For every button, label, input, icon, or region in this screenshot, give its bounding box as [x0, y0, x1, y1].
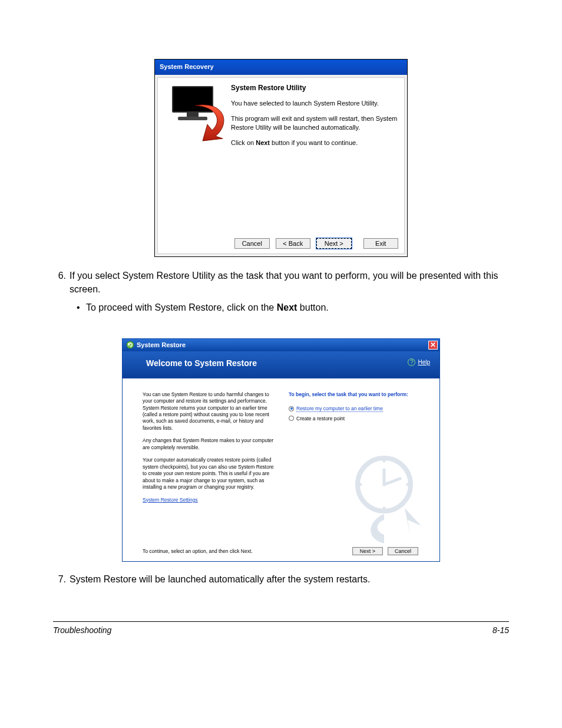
step-text: System Restore will be launched automati… — [70, 572, 509, 586]
system-restore-footer: To continue, select an option, and then … — [123, 543, 439, 561]
footer-rule — [53, 621, 509, 622]
step-6: 6. If you select System Restore Utility … — [53, 269, 509, 296]
system-restore-header-title: Welcome to System Restore — [146, 358, 257, 368]
restore-cancel-button[interactable]: Cancel — [388, 547, 418, 555]
radio-icon — [289, 406, 294, 411]
system-recovery-p1: You have selected to launch System Resto… — [231, 99, 398, 107]
help-link-area[interactable]: ? Help — [408, 358, 430, 366]
next-button[interactable]: Next > — [316, 238, 352, 249]
radio-restore-earlier-label: Restore my computer to an earlier time — [296, 406, 383, 412]
system-restore-settings-link[interactable]: System Restore Settings — [143, 497, 198, 503]
task-prompt: To begin, select the task that you want … — [289, 391, 431, 397]
system-restore-titlebar: System Restore ✕ — [123, 339, 439, 351]
system-recovery-text: System Restore Utility You have selected… — [231, 80, 398, 154]
system-recovery-button-row: Cancel < Back Next > Exit — [234, 238, 398, 249]
restore-desc-p2: Any changes that System Restore makes to… — [143, 437, 277, 451]
bullet-text: To proceed with System Restore, click on… — [86, 301, 329, 314]
radio-create-point[interactable]: Create a restore point — [289, 416, 431, 421]
radio-icon — [289, 416, 294, 421]
footer-pagenum: 8-15 — [492, 625, 509, 635]
step-7: 7. System Restore will be launched autom… — [53, 572, 509, 586]
restore-desc-p1: You can use System Restore to undo harmf… — [143, 391, 277, 432]
document-page: System Recovery — [0, 0, 562, 728]
svg-point-3 — [406, 483, 409, 486]
restore-app-icon — [126, 341, 134, 349]
back-button[interactable]: < Back — [276, 238, 311, 249]
exit-button[interactable]: Exit — [363, 238, 399, 249]
step-number: 7. — [53, 572, 70, 586]
system-recovery-titlebar: System Recovery — [155, 60, 407, 75]
page-footer: Troubleshooting 8-15 — [53, 625, 509, 635]
radio-restore-earlier[interactable]: Restore my computer to an earlier time — [289, 406, 431, 412]
system-recovery-p3: Click on Next button if you want to cont… — [231, 139, 398, 147]
system-restore-header: Welcome to System Restore ? Help — [123, 351, 439, 378]
clock-watermark-icon — [349, 449, 425, 543]
system-recovery-p2: This program will exit and system will r… — [231, 114, 398, 131]
cancel-button[interactable]: Cancel — [234, 238, 270, 249]
footer-hint: To continue, select an option, and then … — [143, 548, 253, 554]
svg-point-4 — [383, 506, 386, 509]
svg-point-2 — [383, 459, 386, 462]
system-recovery-window: System Recovery — [154, 59, 408, 257]
monitor-arrow-icon — [160, 80, 231, 145]
radio-create-point-label: Create a restore point — [296, 416, 345, 421]
close-button[interactable]: ✕ — [428, 341, 438, 350]
footer-section: Troubleshooting — [53, 625, 111, 635]
system-restore-body: You can use System Restore to undo harmf… — [123, 378, 439, 543]
system-restore-window: System Restore ✕ Welcome to System Resto… — [122, 338, 440, 562]
system-restore-right-column: To begin, select the task that you want … — [289, 391, 431, 539]
help-icon: ? — [408, 358, 415, 366]
restore-next-button[interactable]: Next > — [352, 547, 383, 555]
svg-point-5 — [359, 483, 362, 486]
system-recovery-body: System Restore Utility You have selected… — [157, 77, 405, 254]
bullet-dot: • — [77, 301, 86, 314]
system-recovery-heading: System Restore Utility — [231, 84, 398, 92]
help-link[interactable]: Help — [418, 359, 430, 365]
system-restore-left-column: You can use System Restore to undo harmf… — [143, 391, 289, 539]
system-recovery-title: System Recovery — [160, 63, 214, 70]
svg-line-7 — [384, 479, 400, 485]
restore-desc-p3: Your computer automatically creates rest… — [143, 457, 277, 490]
system-restore-title: System Restore — [137, 341, 186, 348]
step-number: 6. — [53, 269, 70, 296]
step-text: If you select System Restore Utility as … — [70, 269, 509, 296]
step-6-bullet: • To proceed with System Restore, click … — [77, 301, 509, 314]
